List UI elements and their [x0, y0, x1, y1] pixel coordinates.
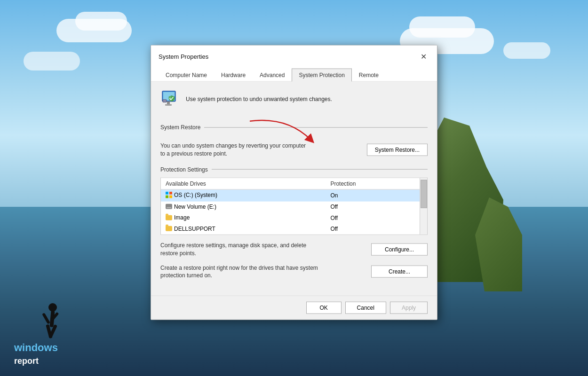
- drive-name-image: Image: [161, 212, 326, 224]
- create-row: Create a restore point right now for the…: [160, 264, 428, 280]
- protection-settings-section: Protection Settings Available Drives Pro…: [160, 166, 428, 280]
- tab-advanced[interactable]: Advanced: [253, 69, 292, 82]
- folder-icon-image: [166, 215, 172, 220]
- table-row[interactable]: Image Off: [161, 212, 420, 224]
- svg-rect-9: [169, 195, 172, 198]
- system-restore-button[interactable]: System Restore...: [367, 143, 428, 156]
- apply-button[interactable]: Apply: [390, 302, 428, 314]
- system-restore-label: System Restore: [160, 124, 200, 131]
- drive-protection-dellsupport: Off: [326, 223, 420, 235]
- configure-button[interactable]: Configure...: [371, 243, 428, 256]
- drives-table-inner: Available Drives Protection: [161, 178, 420, 235]
- windows-drive-icon: [166, 191, 172, 198]
- title-bar: System Properties ✕ Computer Name Hardwa…: [151, 46, 437, 82]
- ok-button[interactable]: OK: [306, 302, 342, 314]
- close-button[interactable]: ✕: [417, 50, 429, 63]
- cloud-4: [409, 16, 475, 38]
- configure-description: Configure restore settings, manage disk …: [160, 242, 320, 258]
- drive-name-e: New Volume (E:): [161, 201, 326, 212]
- scrollbar-thumb[interactable]: [421, 180, 427, 208]
- table-scrollbar[interactable]: [420, 178, 427, 235]
- system-properties-dialog: System Properties ✕ Computer Name Hardwa…: [151, 45, 437, 320]
- tab-system-protection[interactable]: System Protection: [292, 69, 351, 82]
- svg-rect-6: [166, 191, 168, 194]
- annotation-arrow: [250, 121, 344, 149]
- drives-table: Available Drives Protection: [161, 178, 420, 235]
- header-description: Use system protection to undo unwanted s…: [186, 96, 332, 102]
- svg-rect-5: [163, 100, 166, 102]
- svg-rect-3: [165, 104, 172, 106]
- create-button[interactable]: Create...: [371, 266, 428, 278]
- drive-name-os: OS (C:) (System): [161, 189, 326, 202]
- cancel-button[interactable]: Cancel: [345, 302, 386, 314]
- cloud-5: [24, 52, 80, 70]
- system-restore-section: System Restore You can undo system chang…: [160, 124, 428, 158]
- tab-remote[interactable]: Remote: [352, 69, 386, 82]
- cloud-6: [503, 42, 550, 59]
- dialog-footer: OK Cancel Apply: [151, 296, 437, 320]
- system-protection-icon: [160, 89, 180, 109]
- drive-protection-e: Off: [326, 201, 420, 212]
- protection-settings-label-row: Protection Settings: [160, 166, 428, 172]
- svg-rect-2: [167, 102, 170, 104]
- windows-report-logo: windows report: [14, 342, 58, 367]
- drive-protection-os: On: [326, 189, 420, 202]
- configure-row: Configure restore settings, manage disk …: [160, 242, 428, 258]
- tab-computer-name[interactable]: Computer Name: [159, 69, 214, 82]
- svg-rect-7: [169, 191, 172, 194]
- dialog-title: System Properties: [159, 53, 208, 60]
- col-protection: Protection: [326, 178, 420, 189]
- drives-table-wrapper: Available Drives Protection: [160, 177, 428, 235]
- section-divider-2: [212, 169, 428, 170]
- table-row[interactable]: DELLSUPPORT Off: [161, 223, 420, 235]
- logo-report: report: [14, 356, 39, 366]
- folder-icon-dell: [166, 226, 172, 231]
- protection-settings-label: Protection Settings: [160, 166, 208, 172]
- drive-protection-image: Off: [326, 212, 420, 224]
- cloud-2: [75, 12, 127, 31]
- tab-bar: Computer Name Hardware Advanced System P…: [159, 68, 429, 81]
- table-row[interactable]: New Volume (E:) Off: [161, 201, 420, 212]
- header-section: Use system protection to undo unwanted s…: [160, 89, 428, 115]
- drive-name-dellsupport: DELLSUPPORT: [161, 223, 326, 235]
- create-description: Create a restore point right now for the…: [160, 264, 320, 280]
- hdd-icon: [166, 204, 172, 209]
- svg-rect-8: [166, 195, 168, 198]
- dialog-body: Use system protection to undo unwanted s…: [151, 82, 437, 296]
- table-row[interactable]: OS (C:) (System) On: [161, 189, 420, 202]
- col-drives: Available Drives: [161, 178, 326, 189]
- tab-hardware[interactable]: Hardware: [214, 69, 253, 82]
- logo-windows: windows: [14, 342, 58, 353]
